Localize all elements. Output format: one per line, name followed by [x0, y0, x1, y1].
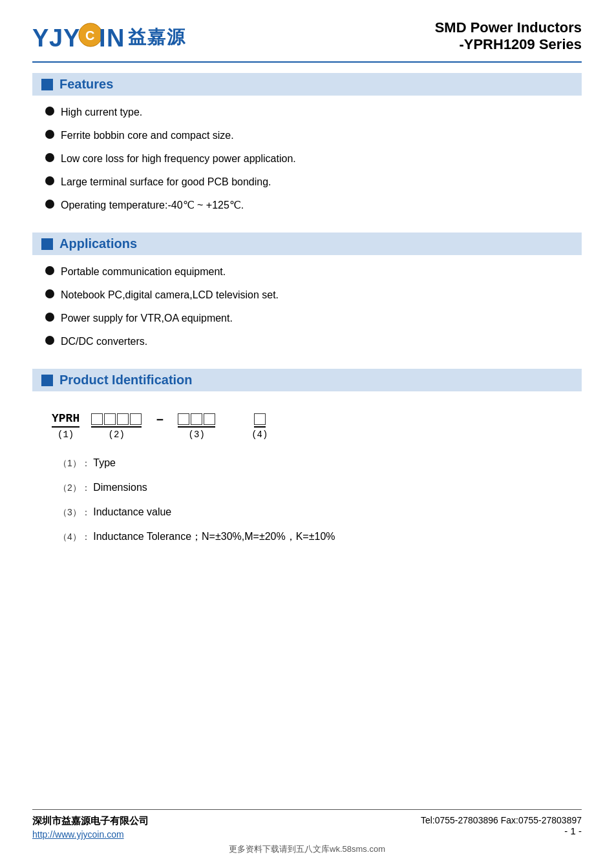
code-label-2: (2) — [109, 429, 125, 440]
list-item: DC/DC converters. — [45, 334, 582, 349]
features-list: High current type. Ferrite bobbin core a… — [45, 105, 582, 221]
code-boxes-2 — [91, 413, 142, 425]
applications-title: Applications — [59, 236, 137, 251]
app-item-4: DC/DC converters. — [61, 334, 147, 349]
bullet-icon — [45, 107, 54, 116]
svg-text:Y: Y — [63, 25, 79, 52]
code-box — [191, 413, 202, 425]
desc-label-3: （3）： — [58, 507, 90, 517]
footer-right: Tel:0755-27803896 Fax:0755-27803897 - 1 … — [421, 815, 582, 836]
header-divider — [32, 61, 582, 63]
footer-url[interactable]: http://www.yjycoin.com — [32, 829, 149, 840]
svg-text:C: C — [85, 28, 94, 43]
code-box — [91, 413, 103, 425]
footer-left: 深圳市益嘉源电子有限公司 http://www.yjycoin.com — [32, 815, 149, 840]
feature-item-5: Operating temperature:-40℃ ~ +125℃. — [61, 198, 244, 213]
page-container: Y J Y C I N 益嘉源 SMD Power Inductors -YPR… — [0, 0, 614, 868]
code-label-3: (3) — [189, 429, 205, 440]
code-part-2: (2) — [91, 413, 142, 440]
bullet-icon — [45, 266, 54, 275]
feature-item-1: High current type. — [61, 105, 142, 120]
desc-item-2: （2）： Dimensions — [58, 480, 582, 495]
app-item-3: Power supply for VTR,OA equipment. — [61, 311, 233, 326]
applications-list: Portable communication equipment. Notebo… — [45, 264, 582, 357]
code-box — [178, 413, 189, 425]
bullet-icon — [45, 336, 54, 345]
feature-item-2: Ferrite bobbin core and compact size. — [61, 128, 234, 143]
bullet-icon — [45, 200, 54, 209]
desc-value-1: Type — [93, 457, 116, 468]
app-item-2: Notebook PC,digital camera,LCD televisio… — [61, 287, 279, 303]
logo-area: Y J Y C I N 益嘉源 — [32, 19, 186, 55]
logo-svg: Y J Y C I N — [32, 19, 123, 55]
list-item: High current type. — [45, 105, 582, 120]
features-section-header: Features — [32, 73, 582, 96]
bullet-icon — [45, 289, 54, 298]
desc-item-1: （1）： Type — [58, 455, 582, 471]
code-boxes-4 — [254, 413, 266, 425]
list-item: Power supply for VTR,OA equipment. — [45, 311, 582, 326]
desc-value-3: Inductance value — [93, 506, 171, 517]
svg-text:I: I — [99, 25, 106, 52]
bullet-icon — [45, 176, 54, 185]
bullet-icon — [45, 153, 54, 162]
list-item: Notebook PC,digital camera,LCD televisio… — [45, 287, 582, 303]
code-box — [130, 413, 142, 425]
desc-value-4: Inductance Tolerance；N=±30%,M=±20%，K=±10… — [93, 531, 335, 542]
applications-section-header: Applications — [32, 232, 582, 255]
desc-label-4: （4）： — [58, 532, 90, 542]
desc-label-1: （1）： — [58, 458, 90, 468]
code-box — [104, 413, 116, 425]
code-dash: － — [153, 411, 166, 440]
code-prefix: YPRH — [52, 412, 79, 428]
bullet-icon — [45, 313, 54, 322]
footer-company: 深圳市益嘉源电子有限公司 — [32, 815, 149, 827]
header-title: SMD Power Inductors -YPRH1209 Series — [435, 19, 582, 53]
code-box — [254, 413, 266, 425]
desc-item-4: （4）： Inductance Tolerance；N=±30%,M=±20%，… — [58, 529, 582, 544]
product-code-diagram: YPRH (1) (2) － — [52, 411, 582, 440]
desc-label-2: （2）： — [58, 482, 90, 493]
list-item: Large terminal surface for good PCB bond… — [45, 174, 582, 190]
description-list: （1）： Type （2）： Dimensions （3）： Inductanc… — [58, 455, 582, 544]
list-item: Low core loss for high frequency power a… — [45, 151, 582, 167]
footer-contact: Tel:0755-27803896 Fax:0755-27803897 — [421, 815, 582, 825]
bullet-icon — [45, 130, 54, 139]
desc-item-3: （3）： Inductance value — [58, 504, 582, 520]
svg-text:Y: Y — [32, 25, 48, 52]
code-box — [117, 413, 129, 425]
code-box — [204, 413, 215, 425]
code-boxes-3 — [178, 413, 215, 425]
logo-text-chinese: 益嘉源 — [128, 25, 186, 50]
title-line1: SMD Power Inductors — [435, 19, 582, 36]
title-line2: -YPRH1209 Series — [435, 36, 582, 53]
code-part-4: (4) — [251, 413, 268, 440]
product-id-title: Product Identification — [59, 373, 193, 388]
list-item: Ferrite bobbin core and compact size. — [45, 128, 582, 143]
code-part-3: (3) — [178, 413, 215, 440]
code-part-1: YPRH (1) — [52, 412, 79, 440]
features-icon — [41, 79, 53, 90]
features-title: Features — [59, 77, 113, 92]
svg-text:N: N — [107, 25, 123, 52]
footer: 深圳市益嘉源电子有限公司 http://www.yjycoin.com Tel:… — [32, 809, 582, 840]
svg-text:J: J — [49, 25, 63, 52]
code-label-1: (1) — [58, 429, 74, 440]
header: Y J Y C I N 益嘉源 SMD Power Inductors -YPR… — [32, 19, 582, 55]
desc-value-2: Dimensions — [93, 482, 147, 493]
product-id-icon — [41, 375, 53, 386]
footer-page: - 1 - — [421, 825, 582, 836]
list-item: Portable communication equipment. — [45, 264, 582, 280]
list-item: Operating temperature:-40℃ ~ +125℃. — [45, 198, 582, 213]
app-item-1: Portable communication equipment. — [61, 264, 226, 280]
product-id-section-header: Product Identification — [32, 369, 582, 391]
product-id-area: YPRH (1) (2) － — [52, 411, 582, 553]
feature-item-3: Low core loss for high frequency power a… — [61, 151, 296, 167]
applications-icon — [41, 238, 53, 250]
footer-watermark: 更多资料下载请到五八文库wk.58sms.com — [32, 843, 582, 855]
code-label-4: (4) — [251, 429, 268, 440]
feature-item-4: Large terminal surface for good PCB bond… — [61, 174, 271, 190]
